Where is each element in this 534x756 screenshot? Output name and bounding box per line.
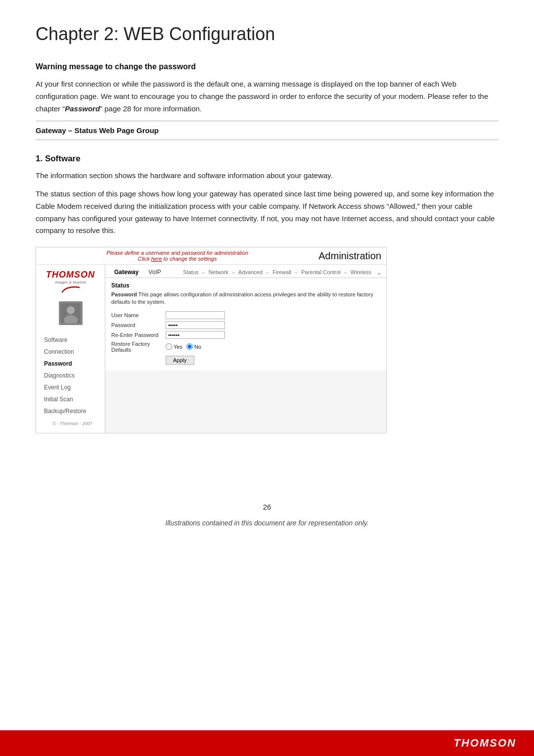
browser-content-area: Status Password This page allows configu… — [105, 278, 386, 371]
nav-item-connection[interactable]: Connection — [40, 346, 101, 358]
nav-item-eventlog[interactable]: Event Log — [40, 381, 101, 393]
subnav-wireless[interactable]: Wireless — [349, 269, 373, 275]
footer-note: Illustrations contained in this document… — [0, 519, 534, 527]
thomson-logo-text: THOMSON — [46, 270, 95, 280]
password-reference: Password — [65, 104, 100, 113]
restore-label: Restore Factory Defaults — [111, 341, 166, 353]
warning-line2-post: to change the settings — [162, 256, 217, 262]
nav-item-initialscan[interactable]: Initial Scan — [40, 393, 101, 405]
warning-link[interactable]: here — [151, 256, 162, 262]
browser-main: Gateway VoIP Status – Network – Advanced… — [105, 265, 386, 433]
sep1: – — [201, 269, 207, 275]
thomson-tagline: images & beyond — [55, 280, 86, 284]
avatar-image — [61, 303, 81, 323]
warning-line2-pre: Click — [138, 256, 151, 262]
gateway-section-label: Gateway – Status Web Page Group — [36, 121, 498, 140]
radio-no-label: No — [186, 343, 201, 350]
radio-yes-text: Yes — [174, 344, 182, 350]
chapter-title: Chapter 2: WEB Configuration — [36, 24, 498, 45]
page-number: 26 — [0, 503, 534, 511]
browser-body: THOMSON images & beyond — [36, 265, 386, 433]
password-input[interactable] — [166, 321, 225, 329]
admin-title: Administration — [313, 250, 381, 262]
admin-form: User Name Password Re-Enter Password — [111, 311, 380, 365]
reenter-input[interactable] — [166, 331, 225, 339]
nav-item-software[interactable]: Software — [40, 334, 101, 346]
warning-heading: Warning message to change the password — [36, 62, 498, 71]
subnav-firewall[interactable]: Firewall — [270, 269, 293, 275]
reenter-label: Re-Enter Password — [111, 332, 166, 338]
content-description: Password This page allows configuration … — [111, 291, 380, 306]
subnav-network[interactable]: Network — [207, 269, 230, 275]
bottom-bar-logo: THOMSON — [454, 737, 516, 750]
software-para1: The information section shows the hardwa… — [36, 170, 498, 182]
apply-button[interactable]: Apply — [166, 356, 194, 365]
sep4: – — [293, 269, 299, 275]
radio-no[interactable] — [186, 343, 193, 350]
username-input[interactable] — [166, 311, 225, 319]
radio-no-text: No — [194, 344, 201, 350]
software-para2: The status section of this page shows ho… — [36, 188, 498, 237]
thomson-logo: THOMSON images & beyond — [46, 270, 95, 293]
radio-yes[interactable] — [166, 343, 172, 350]
subnav-status[interactable]: Status — [181, 269, 200, 275]
sep5: – — [343, 269, 349, 275]
browser-screenshot: Please define a username and password fo… — [36, 247, 387, 433]
left-panel: THOMSON images & beyond — [36, 265, 105, 433]
subnav-parental[interactable]: Parental Control — [299, 269, 343, 275]
sep3: – — [265, 269, 270, 275]
radio-yes-label: Yes — [166, 343, 182, 350]
section-divider — [36, 140, 498, 140]
warning-banner-text: Please define a username and password fo… — [41, 250, 313, 262]
restore-defaults-group: Restore Factory Defaults Yes No — [111, 341, 380, 353]
content-bold-label: Password — [111, 291, 137, 297]
password-label: Password — [111, 322, 166, 328]
chevron-down-icon: ⌄ — [376, 268, 382, 276]
nav-menu: Software Connection Password Diagnostics… — [40, 334, 101, 417]
sub-nav: Status – Network – Advanced – Firewall –… — [181, 268, 382, 276]
username-label: User Name — [111, 312, 166, 318]
nav-item-password[interactable]: Password — [40, 358, 101, 370]
subnav-advanced[interactable]: Advanced — [236, 269, 265, 275]
nav-item-backuprestore[interactable]: Backup/Restore — [40, 405, 101, 417]
warning-banner: Please define a username and password fo… — [36, 247, 386, 265]
user-avatar — [59, 301, 83, 325]
svg-point-1 — [67, 306, 75, 314]
software-heading: 1. Software — [36, 151, 498, 164]
tab-gateway[interactable]: Gateway — [109, 267, 143, 278]
warning-line1: Please define a username and password fo… — [106, 250, 248, 256]
content-status-title: Status — [111, 282, 380, 289]
content-desc-value: This page allows configuration of admini… — [111, 291, 373, 305]
nav-item-diagnostics[interactable]: Diagnostics — [40, 370, 101, 381]
sep2: – — [230, 269, 236, 275]
thomson-swoosh — [62, 284, 80, 293]
warning-paragraph: At your first connection or while the pa… — [36, 78, 498, 115]
bottom-bar: THOMSON — [0, 730, 534, 756]
reenter-password-group: Re-Enter Password — [111, 331, 380, 339]
username-group: User Name — [111, 311, 380, 319]
gateway-section: Gateway – Status Web Page Group — [36, 121, 498, 140]
password-group: Password — [111, 321, 380, 329]
warning-text-after: ” page 28 for more information. — [100, 104, 202, 113]
tab-voip[interactable]: VoIP — [143, 267, 166, 278]
browser-copyright: © - Thomson - 2007 — [48, 417, 92, 428]
nav-tabs-bar: Gateway VoIP Status – Network – Advanced… — [105, 265, 386, 278]
